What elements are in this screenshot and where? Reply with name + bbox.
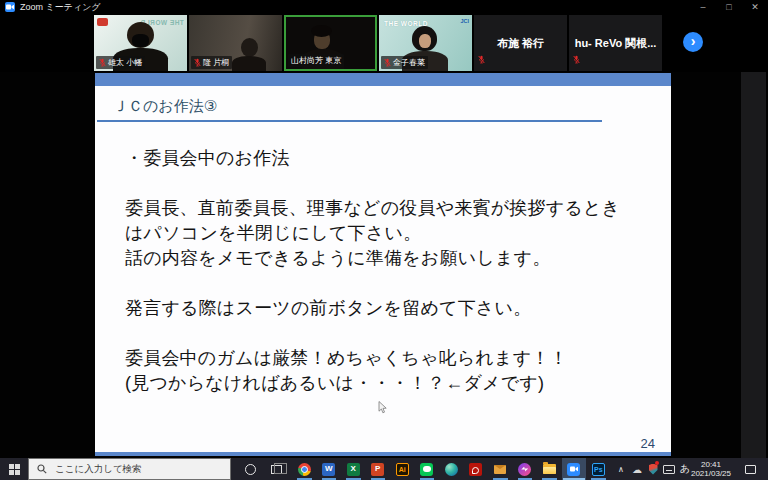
participant-name-badge: 金子春菜 (381, 56, 428, 69)
task-view-button[interactable] (264, 458, 288, 480)
windows-logo-icon (9, 464, 20, 475)
participant-silhouette (311, 25, 332, 37)
participant-silhouette (419, 34, 431, 48)
participant-silhouette (232, 56, 266, 71)
more-participants-button[interactable]: › (683, 32, 703, 52)
presentation-slide: ＪＣのお作法③ ・委員会中のお作法 委員長、直前委員長、理事などの役員や来賓が挨… (95, 86, 671, 452)
background-badge (97, 18, 108, 26)
slide-body-line: 委員会中のガムは厳禁！めちゃくちゃ叱られます！！ (125, 346, 620, 371)
notification-dot (655, 461, 659, 465)
slide-title: ＪＣのお作法③ (113, 97, 217, 116)
taskbar-mail-button[interactable] (488, 458, 513, 480)
taskbar-explorer-button[interactable] (537, 458, 562, 480)
screen-share-area: ＪＣのお作法③ ・委員会中のお作法 委員長、直前委員長、理事などの役員や来賓が挨… (0, 72, 768, 458)
photoshop-icon: Ps (592, 463, 605, 476)
taskbar-line-button[interactable] (415, 458, 440, 480)
muted-mic-icon (573, 50, 580, 68)
powerpoint-icon: P (371, 463, 384, 476)
zoom-window-titlebar: Zoom ミーティング – □ ✕ (0, 0, 768, 14)
edge-icon (445, 463, 458, 476)
mouse-cursor (378, 400, 387, 418)
action-center-icon (745, 465, 756, 474)
taskbar-photoshop-button[interactable]: Ps (586, 458, 611, 480)
slide-body-line: ・委員会中のお作法 (125, 146, 620, 171)
onedrive-icon[interactable]: ☁ (629, 458, 645, 480)
shared-window-bottom-bar (95, 452, 671, 456)
taskbar-edge-button[interactable] (439, 458, 464, 480)
zoom-icon (567, 463, 580, 476)
minimize-button[interactable]: – (690, 0, 716, 14)
face-mask (132, 34, 149, 47)
participant-tile-3-active-speaker[interactable]: 山村尚芳 東京 (284, 15, 377, 71)
participant-tile-4[interactable]: THE WORLD JCI 金子春菜 (379, 15, 472, 71)
slide-body-line (125, 321, 620, 346)
search-placeholder: ここに入力して検索 (55, 463, 142, 476)
shared-window: ＪＣのお作法③ ・委員会中のお作法 委員長、直前委員長、理事などの役員や来賓が挨… (95, 73, 671, 456)
participant-name-badge: 雄太 小幡 (96, 56, 145, 69)
action-center-button[interactable] (740, 458, 760, 480)
jci-logo: JCI (460, 18, 469, 24)
slide-page-number: 24 (615, 436, 655, 451)
participant-silhouette (241, 38, 258, 57)
zoom-app-icon (5, 2, 15, 12)
slide-body-line (125, 171, 620, 196)
slide-body-line: 発言する際はスーツの前ボタンを留めて下さい。 (125, 296, 620, 321)
maximize-button[interactable]: □ (716, 0, 742, 14)
taskbar-excel-button[interactable]: X (341, 458, 366, 480)
video-strip: THE WORLD 雄太 小幡 隆 片桐 山村尚芳 東京 THE WORLD J… (0, 14, 768, 72)
shared-window-top-bar (95, 73, 671, 86)
slide-body: ・委員会中のお作法 委員長、直前委員長、理事などの役員や来賓が挨拶するとき はパ… (125, 146, 620, 396)
right-edge-strip (741, 72, 766, 458)
taskbar-word-button[interactable]: W (317, 458, 342, 480)
taskbar-search-input[interactable]: ここに入力して検索 (28, 458, 231, 480)
taskbar-zoom-button[interactable] (562, 458, 587, 480)
acrobat-icon (469, 463, 482, 476)
cortana-button[interactable] (238, 458, 262, 480)
tray-show-hidden-icons-button[interactable]: ∧ (614, 458, 628, 480)
taskbar-messenger-button[interactable] (513, 458, 538, 480)
line-icon (420, 463, 433, 476)
slide-body-line (125, 271, 620, 296)
messenger-icon (518, 463, 531, 476)
muted-mic-icon (478, 50, 485, 68)
muted-mic-icon (194, 58, 201, 67)
chrome-icon (298, 463, 311, 476)
muted-mic-icon (384, 58, 391, 67)
slide-body-line: はパソコンを半閉じにして下さい。 (125, 221, 620, 246)
cortana-icon (245, 464, 256, 475)
windows-taskbar: ここに入力して検索 W X P Ai Ps ∧ ☁ あ 20:41 2021/0… (0, 458, 768, 480)
start-button[interactable] (0, 458, 28, 480)
mail-icon (494, 465, 506, 474)
participant-name-badge: 隆 片桐 (191, 56, 232, 69)
search-icon (37, 464, 47, 474)
participant-tile-5-video-off[interactable]: 布施 裕行 (474, 15, 567, 71)
slide-body-line: 話の内容をメモできるように準備をお願いします。 (125, 246, 620, 271)
illustrator-icon: Ai (396, 463, 409, 476)
taskbar-powerpoint-button[interactable]: P (366, 458, 391, 480)
participant-name-badge: 山村尚芳 東京 (288, 54, 344, 67)
participant-tile-1[interactable]: THE WORLD 雄太 小幡 (94, 15, 187, 71)
slide-body-line: 委員長、直前委員長、理事などの役員や来賓が挨拶するとき (125, 196, 620, 221)
file-explorer-icon (543, 464, 556, 474)
participant-name: 布施 裕行 (474, 15, 567, 71)
close-button[interactable]: ✕ (742, 0, 768, 14)
muted-mic-icon (99, 58, 106, 67)
task-view-icon (271, 465, 282, 474)
taskbar-illustrator-button[interactable]: Ai (390, 458, 415, 480)
touch-keyboard-icon[interactable] (661, 458, 677, 480)
excel-icon: X (347, 463, 360, 476)
taskbar-chrome-button[interactable] (292, 458, 317, 480)
clock-date: 2021/03/25 (691, 469, 731, 478)
security-icon[interactable] (646, 458, 660, 480)
participant-tile-6-video-off[interactable]: hu- ReVo 関根... (569, 15, 662, 71)
window-title: Zoom ミーティング (20, 1, 101, 14)
word-icon: W (322, 463, 335, 476)
participant-name: hu- ReVo 関根... (569, 15, 662, 71)
clock-time: 20:41 (701, 460, 721, 469)
title-underline (97, 120, 602, 122)
slide-body-line: (見つからなければあるいは・・・！？←ダメです) (125, 371, 620, 396)
taskbar-clock[interactable]: 20:41 2021/03/25 (690, 458, 732, 480)
taskbar-acrobat-button[interactable] (464, 458, 489, 480)
participant-tile-2[interactable]: 隆 片桐 (189, 15, 282, 71)
